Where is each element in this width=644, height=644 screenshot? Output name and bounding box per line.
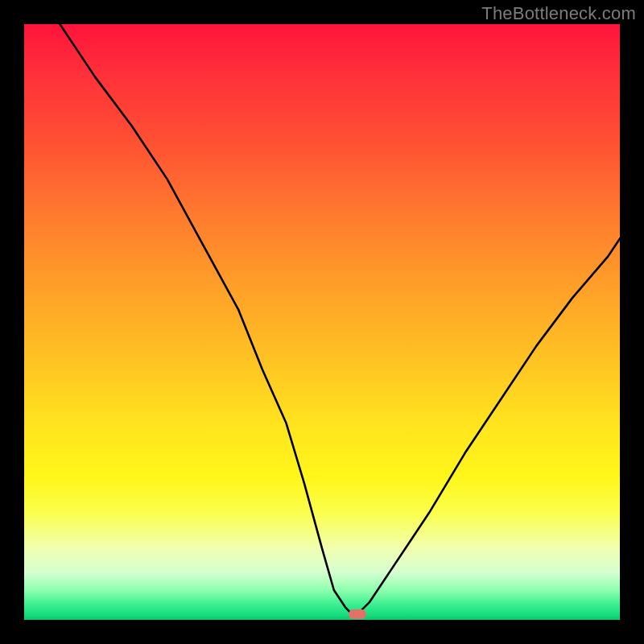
watermark-text: TheBottleneck.com (481, 3, 636, 24)
plot-area (24, 24, 620, 620)
optimal-point-marker (349, 609, 366, 619)
chart-frame: TheBottleneck.com (0, 0, 644, 644)
bottleneck-curve (24, 24, 620, 620)
